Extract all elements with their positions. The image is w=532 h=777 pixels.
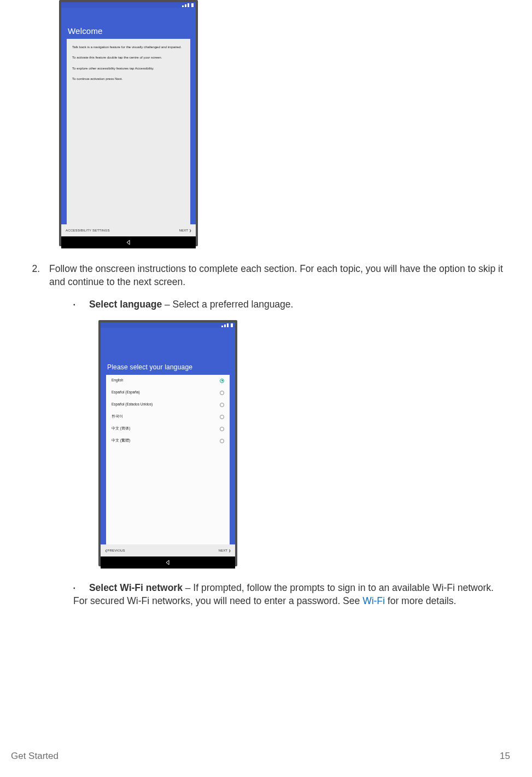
- language-label: 中文 (繁體): [112, 438, 130, 443]
- phone-nav-bar: [61, 236, 196, 248]
- phone-status-bar: [61, 2, 196, 8]
- welcome-line: To continue activation press Next.: [72, 76, 185, 81]
- step-2-text: Follow the onscreen instructions to comp…: [49, 263, 510, 288]
- phone-screenshot-welcome: Welcome Talk back is a navigation featur…: [59, 0, 198, 246]
- radio-icon: [220, 403, 224, 407]
- bullet-wifi-text-2: for more details.: [385, 595, 456, 606]
- radio-icon: [220, 427, 224, 431]
- language-row[interactable]: 한국어: [106, 411, 230, 423]
- phone-nav-bar: [101, 556, 235, 569]
- welcome-line: To activate this feature double tap the …: [72, 55, 185, 60]
- language-row[interactable]: Español (Estados Unidos): [106, 399, 230, 411]
- wifi-link[interactable]: Wi-Fi: [363, 595, 385, 606]
- phone-language-card: English Español (España) E: [106, 375, 230, 544]
- language-label: Español (España): [112, 390, 140, 395]
- language-label: English: [112, 378, 123, 383]
- back-triangle-icon: [126, 240, 131, 245]
- step-2: Follow the onscreen instructions to comp…: [43, 263, 510, 607]
- language-row[interactable]: 中文 (简体): [106, 423, 230, 435]
- bullet-select-language: Select language – Select a preferred lan…: [73, 298, 510, 566]
- previous-button[interactable]: PREVIOUS: [105, 548, 125, 553]
- welcome-line: Talk back is a navigation feature for th…: [72, 44, 185, 49]
- bullet-wifi-bold: Select Wi-Fi network: [89, 582, 183, 593]
- phone-screenshot-language: Please select your language English Espa…: [98, 320, 237, 566]
- accessibility-settings-button[interactable]: ACCESSIBILITY SETTINGS: [66, 229, 110, 232]
- phone-status-bar: [101, 322, 235, 328]
- language-row[interactable]: Español (España): [106, 387, 230, 399]
- radio-icon: [220, 379, 224, 383]
- bullet-lang-text: – Select a preferred language.: [162, 299, 293, 310]
- radio-icon: [220, 439, 224, 443]
- phone-welcome-title: Welcome: [68, 26, 189, 36]
- phone-language-title: Please select your language: [107, 363, 229, 372]
- signal-icon: [182, 3, 194, 7]
- language-label: Español (Estados Unidos): [112, 402, 153, 407]
- phone-footer-bar: PREVIOUS NEXT: [101, 544, 235, 556]
- language-label: 中文 (简体): [112, 426, 130, 431]
- radio-icon: [220, 415, 224, 419]
- next-button[interactable]: NEXT: [218, 548, 231, 553]
- signal-icon: [221, 323, 233, 327]
- bullet-select-wifi: Select Wi-Fi network – If prompted, foll…: [73, 582, 510, 607]
- back-triangle-icon: [165, 560, 171, 565]
- language-row[interactable]: English: [106, 375, 230, 387]
- footer-page-number: 15: [500, 751, 510, 762]
- language-label: 한국어: [112, 414, 123, 419]
- radio-icon: [220, 391, 224, 395]
- language-row[interactable]: 中文 (繁體): [106, 435, 230, 447]
- welcome-line: To explore other accessibility features …: [72, 66, 185, 71]
- footer-section: Get Started: [11, 751, 59, 762]
- phone-footer-bar: ACCESSIBILITY SETTINGS NEXT: [61, 224, 196, 236]
- bullet-lang-bold: Select language: [89, 299, 162, 310]
- phone-welcome-card: Talk back is a navigation feature for th…: [67, 39, 190, 224]
- next-button[interactable]: NEXT: [179, 229, 191, 232]
